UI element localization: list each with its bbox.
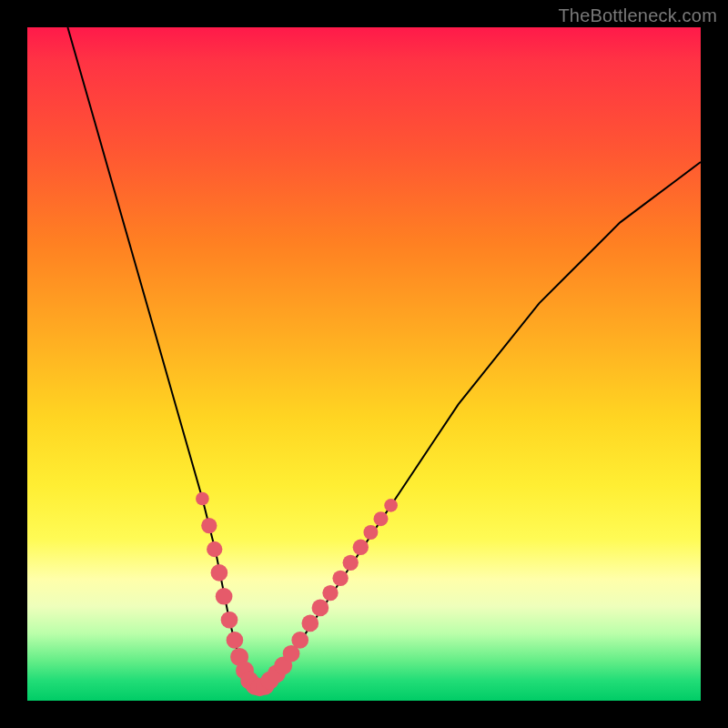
marker-dot bbox=[221, 612, 238, 629]
marker-dot bbox=[322, 585, 338, 601]
marker-dot bbox=[227, 632, 244, 649]
marker-dot bbox=[201, 518, 217, 533]
marker-dot bbox=[216, 588, 233, 605]
marker-group bbox=[196, 492, 398, 697]
marker-dot bbox=[374, 511, 389, 526]
marker-dot bbox=[196, 492, 209, 506]
bottleneck-curve bbox=[67, 27, 701, 687]
chart-frame: TheBottleneck.com bbox=[0, 0, 728, 728]
marker-dot bbox=[363, 525, 378, 540]
marker-dot bbox=[291, 632, 308, 649]
marker-dot bbox=[332, 571, 348, 586]
marker-dot bbox=[301, 615, 318, 632]
chart-overlay bbox=[27, 27, 701, 701]
marker-dot bbox=[353, 540, 369, 555]
marker-dot bbox=[211, 564, 228, 581]
marker-dot bbox=[207, 541, 222, 557]
marker-dot bbox=[343, 555, 359, 571]
marker-dot bbox=[384, 499, 398, 512]
marker-dot bbox=[312, 600, 329, 617]
watermark-label: TheBottleneck.com bbox=[558, 5, 717, 26]
